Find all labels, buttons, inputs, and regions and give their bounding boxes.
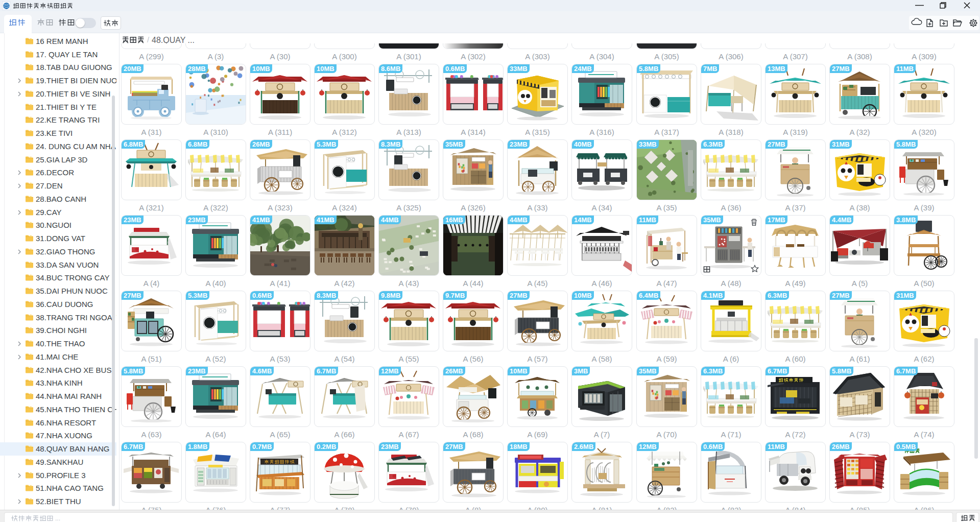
svg-text:48.QUAY ...: 48.QUAY ... — [152, 36, 195, 44]
svg-text:/: / — [147, 36, 150, 44]
svg-text:...: ... — [55, 515, 60, 522]
